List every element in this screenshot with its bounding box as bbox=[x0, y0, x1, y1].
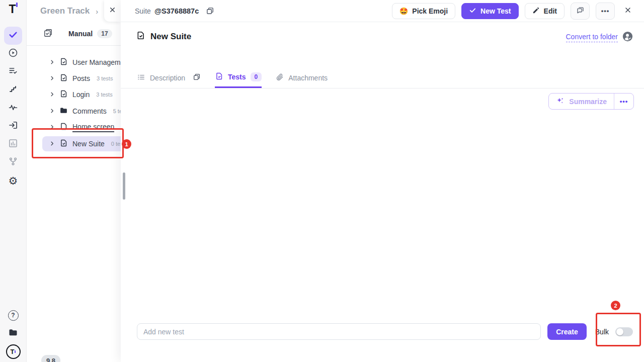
new-test-label: New Test bbox=[480, 7, 511, 15]
tab-attachments[interactable]: Attachments bbox=[276, 67, 328, 88]
summarize-split-button: Summarize ••• bbox=[548, 93, 634, 110]
sidebar-item-sign-in[interactable] bbox=[4, 117, 22, 135]
tab-manual[interactable]: Manual bbox=[68, 30, 93, 38]
panel-close-button[interactable] bbox=[104, 0, 121, 22]
detail-tabs: Description Tests 0 Attachments bbox=[121, 67, 644, 88]
assignee-avatar-icon[interactable] bbox=[622, 31, 633, 44]
tree-row-count: 5 tests bbox=[113, 108, 121, 114]
logo-circle-tick bbox=[15, 350, 16, 353]
tree-row-user-management[interactable]: User Management bbox=[42, 55, 121, 70]
bulk-toggle[interactable] bbox=[615, 327, 633, 336]
version-badge: 9.8 bbox=[41, 355, 60, 362]
tests-count-badge: 0 bbox=[251, 72, 262, 81]
chevron-right-icon[interactable] bbox=[49, 58, 55, 67]
copy-check-icon[interactable] bbox=[43, 28, 53, 40]
logo-circle-letter: T bbox=[11, 348, 15, 355]
sign-in-icon bbox=[8, 120, 18, 132]
create-button[interactable]: Create bbox=[547, 323, 587, 340]
tree-row-home-screen[interactable]: Home screen 3 tests bbox=[42, 120, 121, 135]
scrollbar-thumb[interactable] bbox=[123, 172, 125, 200]
chevron-right-icon[interactable] bbox=[49, 90, 55, 99]
app-logo-letter: T bbox=[9, 3, 15, 16]
sidebar-item-settings[interactable]: ⚙ bbox=[4, 171, 22, 190]
bulk-label: Bulk bbox=[595, 328, 609, 336]
tab-tests-label: Tests bbox=[228, 73, 246, 81]
tree-row-label: Login bbox=[72, 90, 90, 99]
summarize-button[interactable]: Summarize bbox=[549, 94, 614, 109]
manual-count-badge: 17 bbox=[97, 29, 112, 38]
close-suite-button[interactable] bbox=[621, 4, 635, 18]
check-icon bbox=[8, 30, 18, 42]
tab-tests[interactable]: Tests 0 bbox=[215, 67, 262, 88]
file-check-icon bbox=[59, 89, 68, 100]
tab-description[interactable]: Description bbox=[137, 67, 201, 88]
convert-row: Convert to folder bbox=[566, 31, 633, 44]
suite-detail-panel: Suite @S3768887c 🤩 Pick Emoji New Test E… bbox=[121, 0, 644, 362]
folder-icon bbox=[59, 106, 68, 117]
suite-id: @S3768887c bbox=[154, 7, 199, 15]
tree-row-count: 3 tests bbox=[96, 92, 112, 98]
pick-emoji-button[interactable]: 🤩 Pick Emoji bbox=[392, 3, 455, 19]
tree-row-label: New Suite bbox=[72, 140, 105, 148]
stairs-icon bbox=[8, 84, 18, 96]
icon-sidebar: T ⚙ ? bbox=[0, 0, 27, 362]
logo-tick bbox=[16, 3, 18, 7]
copy-description-icon[interactable] bbox=[193, 73, 201, 82]
tab-attachments-label: Attachments bbox=[288, 74, 328, 82]
copy-suite-id-button[interactable] bbox=[206, 7, 214, 15]
sidebar-item-steps[interactable] bbox=[4, 81, 22, 99]
close-icon bbox=[624, 6, 632, 16]
sidebar-item-help[interactable]: ? bbox=[4, 306, 22, 324]
suite-type-label: Suite bbox=[135, 7, 151, 15]
bar-chart-icon bbox=[8, 138, 18, 150]
sidebar-item-branches[interactable] bbox=[4, 153, 22, 171]
paperclip-icon bbox=[276, 73, 284, 82]
list-icon bbox=[137, 73, 145, 83]
add-test-footer: Create Bulk bbox=[137, 323, 633, 340]
ellipsis-icon: ••• bbox=[601, 7, 610, 15]
toggle-knob bbox=[616, 328, 623, 335]
app-window: T ⚙ ? bbox=[0, 0, 644, 362]
tree-row-comments[interactable]: Comments 5 tests bbox=[42, 104, 121, 119]
suite-topbar: Suite @S3768887c 🤩 Pick Emoji New Test E… bbox=[121, 0, 644, 22]
sidebar-item-pulse[interactable] bbox=[4, 99, 22, 117]
add-test-input[interactable] bbox=[137, 323, 541, 340]
suite-title-row: New Suite bbox=[136, 31, 191, 42]
edit-button[interactable]: Edit bbox=[525, 3, 565, 19]
chat-icon bbox=[576, 6, 585, 17]
summarize-more-button[interactable]: ••• bbox=[614, 94, 633, 109]
app-logo-circle-icon: T bbox=[6, 344, 21, 359]
list-check-icon bbox=[8, 66, 18, 78]
tree-row-new-suite[interactable]: New Suite 0 tests bbox=[42, 136, 121, 151]
file-check-icon bbox=[215, 72, 223, 82]
sidebar-item-projects[interactable] bbox=[4, 324, 22, 342]
sidebar-item-runs[interactable] bbox=[4, 45, 22, 63]
app-logo[interactable]: T bbox=[0, 3, 26, 16]
chevron-right-icon[interactable] bbox=[49, 139, 55, 148]
sidebar-item-tests[interactable] bbox=[4, 27, 22, 45]
gear-icon: ⚙ bbox=[9, 175, 18, 186]
chevron-right-icon[interactable] bbox=[49, 74, 55, 83]
summarize-label: Summarize bbox=[569, 98, 607, 106]
sidebar-item-reports[interactable] bbox=[4, 135, 22, 153]
tab-description-label: Description bbox=[150, 74, 185, 82]
chevron-right-icon[interactable] bbox=[49, 123, 55, 132]
tree-row-posts[interactable]: Posts 3 tests bbox=[42, 71, 121, 86]
convert-to-folder-link[interactable]: Convert to folder bbox=[566, 33, 618, 42]
pulse-icon bbox=[8, 102, 18, 114]
sidebar-item-account[interactable]: T bbox=[4, 342, 22, 360]
tree-row-label: Comments bbox=[72, 107, 107, 115]
new-test-button[interactable]: New Test bbox=[461, 3, 518, 19]
tree-row-label: Posts bbox=[72, 74, 90, 82]
more-actions-button[interactable]: ••• bbox=[596, 3, 615, 20]
tree-row-label: Home screen bbox=[72, 123, 114, 132]
play-circle-icon bbox=[8, 48, 18, 60]
check-icon bbox=[469, 7, 476, 16]
breadcrumb-separator: › bbox=[96, 7, 98, 16]
chevron-right-icon[interactable] bbox=[49, 107, 55, 116]
comments-button[interactable] bbox=[571, 3, 590, 20]
project-title[interactable]: Green Track bbox=[40, 6, 90, 16]
file-check-icon bbox=[59, 57, 68, 68]
tree-row-login[interactable]: Login 3 tests bbox=[42, 87, 121, 102]
sidebar-item-plans[interactable] bbox=[4, 63, 22, 81]
